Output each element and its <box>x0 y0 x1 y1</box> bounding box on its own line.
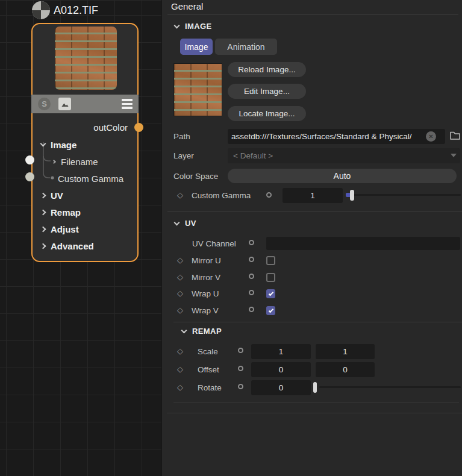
node-editor-canvas[interactable]: A012.TIF S outColor Image <box>0 0 161 476</box>
path-field[interactable] <box>228 129 445 144</box>
locate-image-button[interactable]: Locate Image... <box>228 106 306 121</box>
rotate-slider[interactable] <box>319 386 461 388</box>
outcolor-label: outColor <box>93 122 128 133</box>
image-icon[interactable] <box>58 98 71 110</box>
color-space-label: Color Space <box>173 172 218 181</box>
node-attr-custom-gamma[interactable]: Custom Gamma <box>58 170 123 187</box>
tab-animation[interactable]: Animation <box>215 39 277 55</box>
panel-title: General <box>171 1 203 11</box>
custom-gamma-port-icon[interactable] <box>266 192 272 198</box>
wrap-u-port-icon[interactable] <box>249 290 254 295</box>
custom-gamma-port[interactable] <box>25 172 34 181</box>
check-icon <box>268 307 273 312</box>
uv-channel-input[interactable] <box>266 239 460 248</box>
mirror-u-port-icon[interactable] <box>249 257 254 262</box>
node-attr-filename[interactable]: Filename <box>52 153 98 170</box>
node-section-remap[interactable]: Remap <box>41 204 81 221</box>
uv-channel-label: UV Channel <box>192 239 236 248</box>
reload-image-button[interactable]: Reload Image... <box>228 62 306 77</box>
scale-port-icon[interactable] <box>238 348 243 353</box>
scale-y-value[interactable]: 1 <box>316 344 375 359</box>
uv-channel-field[interactable] <box>266 237 460 250</box>
divider <box>167 211 462 211</box>
wrap-v-label: Wrap V <box>192 306 219 315</box>
scale-label: Scale <box>198 347 218 356</box>
wrap-u-label: Wrap U <box>192 289 219 298</box>
chevron-right-icon <box>40 209 46 215</box>
node-titlebar: A012.TIF <box>31 1 98 20</box>
chevron-right-icon <box>52 159 56 163</box>
chevron-right-icon <box>40 192 46 198</box>
path-label: Path <box>173 132 190 141</box>
menu-icon[interactable] <box>122 99 133 109</box>
texture-node[interactable]: S outColor Image Filename <box>31 23 139 262</box>
uv-channel-port-icon[interactable] <box>249 240 254 245</box>
mirror-u-label: Mirror U <box>192 256 221 265</box>
wrap-v-checkbox[interactable] <box>266 306 275 315</box>
node-section-image[interactable]: Image <box>41 136 76 153</box>
node-section-adjust[interactable]: Adjust <box>41 221 79 237</box>
divider <box>167 413 462 413</box>
offset-x-value[interactable]: 0 <box>251 362 311 377</box>
keyframe-diamond-icon[interactable]: ◇ <box>177 383 183 391</box>
node-title: A012.TIF <box>54 4 98 17</box>
custom-gamma-slider[interactable] <box>346 194 461 196</box>
tab-image[interactable]: Image <box>180 39 213 55</box>
chevron-down-icon <box>174 22 180 28</box>
keyframe-diamond-icon[interactable]: ◇ <box>177 256 183 264</box>
offset-port-icon[interactable] <box>238 366 243 371</box>
chevron-down-icon <box>174 219 180 225</box>
clear-path-icon[interactable]: ✕ <box>426 131 436 142</box>
wrap-u-checkbox[interactable] <box>266 289 275 298</box>
swatch-icon[interactable]: S <box>38 98 51 110</box>
mirror-v-checkbox[interactable] <box>266 273 275 282</box>
filename-port[interactable] <box>25 155 34 164</box>
custom-gamma-value[interactable]: 1 <box>283 188 343 203</box>
section-header-image[interactable]: IMAGE <box>175 22 212 31</box>
chevron-down-icon <box>181 327 187 333</box>
texture-sphere-icon <box>31 1 51 20</box>
keyframe-diamond-icon[interactable]: ◇ <box>177 365 183 373</box>
section-header-uv[interactable]: UV <box>175 219 196 228</box>
divider <box>173 402 459 403</box>
keyframe-diamond-icon[interactable]: ◇ <box>177 273 183 281</box>
color-space-select[interactable]: Auto <box>228 169 457 183</box>
mirror-v-port-icon[interactable] <box>249 274 254 279</box>
keyframe-diamond-icon[interactable]: ◇ <box>177 306 183 314</box>
rotate-port-icon[interactable] <box>238 384 243 389</box>
check-icon <box>268 290 273 295</box>
node-section-advanced[interactable]: Advanced <box>41 237 94 254</box>
offset-y-value[interactable]: 0 <box>316 362 375 377</box>
offset-label: Offset <box>198 365 219 374</box>
chevron-down-icon <box>40 141 46 147</box>
scale-x-value[interactable]: 1 <box>251 344 311 359</box>
rotate-value[interactable]: 0 <box>251 380 311 395</box>
mirror-v-label: Mirror V <box>192 273 220 282</box>
chevron-right-icon <box>40 226 46 232</box>
keyframe-diamond-icon[interactable]: ◇ <box>177 289 183 297</box>
wrap-v-port-icon[interactable] <box>249 307 254 312</box>
path-input[interactable] <box>228 132 445 141</box>
texture-preview <box>173 63 222 116</box>
app-window: A012.TIF S outColor Image <box>0 0 462 476</box>
rotate-slider-handle[interactable] <box>313 382 317 393</box>
node-section-uv[interactable]: UV <box>41 187 63 204</box>
custom-gamma-slider-handle[interactable] <box>350 190 354 201</box>
divider <box>167 14 458 15</box>
rotate-label: Rotate <box>198 383 222 392</box>
properties-panel: General IMAGE Image Animation Reload Ima… <box>161 0 462 476</box>
layer-dropdown[interactable]: < Default > <box>228 148 460 163</box>
section-header-remap[interactable]: REMAP <box>182 327 222 336</box>
dropdown-arrow-icon <box>451 154 457 157</box>
node-texture-preview <box>55 27 117 90</box>
chevron-right-icon <box>40 243 46 249</box>
folder-icon[interactable] <box>449 130 461 141</box>
outcolor-port[interactable] <box>134 123 143 132</box>
layer-label: Layer <box>173 151 194 160</box>
divider <box>173 322 462 322</box>
mirror-u-checkbox[interactable] <box>266 256 275 265</box>
custom-gamma-label: Custom Gamma <box>192 191 251 200</box>
edit-image-button[interactable]: Edit Image... <box>228 84 306 99</box>
keyframe-diamond-icon[interactable]: ◇ <box>177 347 183 355</box>
keyframe-diamond-icon[interactable]: ◇ <box>177 191 183 199</box>
